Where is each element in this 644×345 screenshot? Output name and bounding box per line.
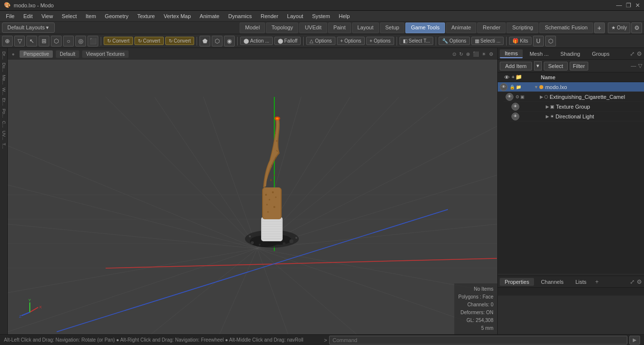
items-tab-items[interactable]: Items — [500, 49, 523, 58]
items-expand-icon[interactable]: ⤢ — [630, 50, 635, 57]
toolbar-icon-1[interactable]: ⊕ — [2, 36, 13, 46]
sidebar-item-po[interactable]: Po... — [1, 107, 7, 119]
tree-row-cigarette[interactable]: 👁 ⚙ ▣ ▶ ⬡ Extinguishing_Cigarette_Camel — [504, 92, 644, 102]
star-only-button[interactable]: ★ Only — [608, 23, 630, 33]
toolbar-icon-7[interactable]: ◎ — [75, 36, 86, 46]
tree-eye-tex[interactable]: 👁 — [511, 103, 519, 111]
viewport-tab-perspective[interactable]: Perspective — [20, 50, 53, 58]
tree-row-texgrp[interactable]: 👁 ▶ ▣ Texture Group — [510, 102, 644, 112]
toolbar-icon-5[interactable]: ⬡ — [51, 36, 62, 46]
kits-button[interactable]: 🎁 Kits — [509, 37, 531, 45]
tab-render[interactable]: Render — [477, 23, 506, 33]
menu-file[interactable]: File — [2, 12, 19, 20]
convert-button-1[interactable]: ↻ Convert — [104, 37, 133, 45]
bottom-settings-icon[interactable]: ⚙ — [637, 278, 642, 285]
tab-schematic-fusion[interactable]: Schematic Fusion — [539, 23, 593, 33]
shape-icon[interactable]: ⬟ — [200, 36, 210, 46]
items-filter-icon[interactable]: ▽ — [638, 63, 642, 69]
bottom-tab-properties[interactable]: Properties — [500, 278, 534, 286]
settings-icon[interactable]: ⚙ — [631, 23, 642, 33]
unreal-icon[interactable]: U — [533, 36, 544, 46]
tree-arrow-cig[interactable]: ▶ — [540, 94, 543, 99]
sidebar-item-dr[interactable]: Dr... — [1, 50, 7, 61]
select-i-button[interactable]: ▦ Selecti ... — [471, 37, 504, 45]
tree-eye-light[interactable]: 👁 — [511, 113, 519, 120]
sidebar-item-er[interactable]: Er... — [1, 96, 7, 107]
filter-button[interactable]: Filter — [570, 62, 588, 70]
tree-row-dirlight[interactable]: 👁 ▶ ☀ Directional Light — [510, 112, 644, 121]
bottom-expand-icon[interactable]: ⤢ — [630, 278, 635, 285]
convert-button-2[interactable]: ↻ Convert — [134, 37, 164, 45]
close-button[interactable]: ✕ — [635, 2, 640, 9]
options-button-1[interactable]: △ Options — [306, 37, 335, 45]
menu-animate[interactable]: Animate — [196, 12, 223, 20]
menu-dynamics[interactable]: Dynamics — [224, 12, 256, 20]
select-button[interactable]: Select — [544, 62, 568, 70]
menu-vertex-map[interactable]: Vertex Map — [160, 12, 195, 20]
toolbar-icon-3[interactable]: ↖ — [26, 36, 37, 46]
unity-icon[interactable]: ⬡ — [545, 36, 556, 46]
bottom-tab-channels[interactable]: Channels — [536, 278, 568, 286]
command-input[interactable] — [329, 336, 627, 345]
sidebar-item-c[interactable]: C... — [1, 119, 7, 129]
vp-ctrl-rotate[interactable]: ↻ — [459, 51, 463, 57]
menu-render[interactable]: Render — [257, 12, 282, 20]
tab-setup[interactable]: Setup — [380, 23, 405, 33]
items-minus-icon[interactable]: — — [631, 63, 636, 69]
tab-layout[interactable]: Layout — [352, 23, 379, 33]
vp-ctrl-light[interactable]: ☀ — [482, 51, 486, 57]
toolbar-icon-8[interactable]: ⬛ — [88, 36, 98, 46]
toolbar-icon-2[interactable]: ▽ — [14, 36, 25, 46]
tree-eye-root[interactable]: 👁 — [500, 83, 508, 91]
menu-edit[interactable]: Edit — [20, 12, 37, 20]
menu-help[interactable]: Help — [335, 12, 354, 20]
menu-system[interactable]: System — [308, 12, 334, 20]
menu-item[interactable]: Item — [82, 12, 100, 20]
falloff-button[interactable]: ⬤ Falloff — [274, 37, 301, 45]
menu-view[interactable]: View — [38, 12, 57, 20]
viewport-tab-default[interactable]: Default — [56, 50, 79, 58]
tree-arrow-light[interactable]: ▶ — [546, 114, 549, 119]
options-button-2[interactable]: + Options — [337, 37, 365, 45]
vp-ctrl-camera[interactable]: ⊙ — [452, 51, 456, 57]
bottom-plus-button[interactable]: + — [595, 278, 599, 285]
bottom-tab-lists[interactable]: Lists — [571, 278, 592, 286]
viewport-tab-textures[interactable]: Viewport Textures — [82, 50, 129, 58]
tab-paint[interactable]: Paint — [328, 23, 351, 33]
menu-select[interactable]: Select — [58, 12, 81, 20]
add-item-dropdown[interactable]: ▾ — [534, 61, 542, 70]
tab-model[interactable]: Model — [240, 23, 265, 33]
options-gear-button[interactable]: 🔧 Options — [439, 37, 469, 45]
select-t-button[interactable]: ◧ Select T... — [400, 37, 434, 45]
items-tab-groups[interactable]: Groups — [587, 50, 614, 58]
tree-eye-cig[interactable]: 👁 — [506, 93, 513, 101]
menu-layout[interactable]: Layout — [283, 12, 307, 20]
sidebar-item-uv[interactable]: UV... — [1, 129, 7, 141]
tree-row-root[interactable]: 👁 🔒 📁 ▼ modo.lxo — [498, 82, 644, 92]
vp-ctrl-display[interactable]: ⬛ — [473, 51, 479, 57]
vp-ctrl-zoom[interactable]: ⊕ — [466, 51, 470, 57]
action-button[interactable]: ⬤ Action ... — [240, 37, 272, 45]
default-layouts-dropdown[interactable]: Default Layouts ▾ — [2, 23, 55, 33]
vp-ctrl-settings[interactable]: ⚙ — [489, 51, 493, 57]
sidebar-item-me[interactable]: Me... — [1, 73, 7, 86]
convert-button-3[interactable]: ↻ Convert — [165, 37, 195, 45]
minimize-button[interactable]: — — [616, 2, 622, 9]
tab-uvedit[interactable]: UVEdit — [299, 23, 327, 33]
tree-arrow-root[interactable]: ▼ — [534, 85, 538, 90]
tab-topology[interactable]: Topology — [266, 23, 298, 33]
add-item-button[interactable]: Add Item — [500, 62, 532, 70]
sidebar-item-t[interactable]: T... — [1, 141, 7, 150]
items-settings-icon[interactable]: ⚙ — [637, 50, 642, 57]
viewport[interactable]: ● Perspective Default Viewport Textures … — [8, 48, 497, 334]
command-go-button[interactable]: ▶ — [629, 336, 640, 345]
circle-icon[interactable]: ◉ — [224, 36, 235, 46]
sidebar-item-du[interactable]: Du... — [1, 61, 7, 73]
sidebar-item-w[interactable]: W... — [1, 86, 7, 97]
toolbar-icon-6[interactable]: ○ — [63, 36, 74, 46]
maximize-button[interactable]: ❐ — [626, 2, 631, 9]
options-button-3[interactable]: + Options — [366, 37, 394, 45]
toolbar-icon-4[interactable]: ⊞ — [39, 36, 49, 46]
items-tab-shading[interactable]: Shading — [555, 50, 585, 58]
tab-scripting[interactable]: Scripting — [507, 23, 538, 33]
